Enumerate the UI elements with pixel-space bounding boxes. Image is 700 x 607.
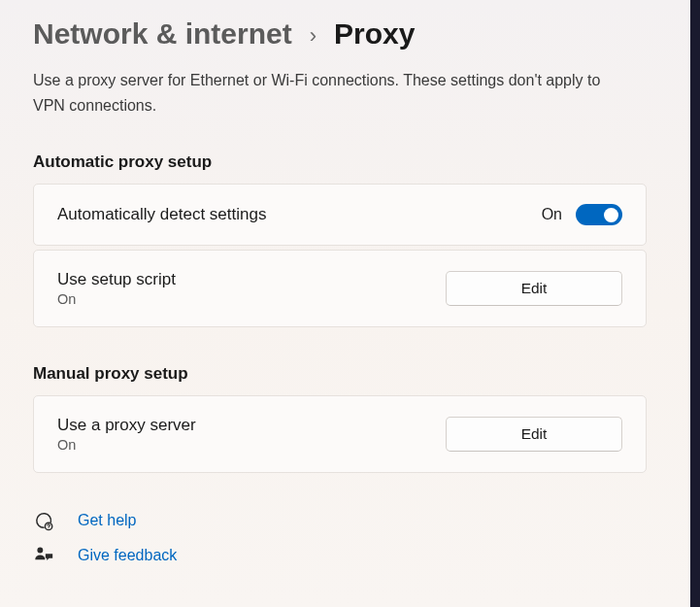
setup-script-title: Use setup script [57, 270, 176, 289]
breadcrumb-parent-link[interactable]: Network & internet [33, 17, 292, 51]
auto-detect-toggle[interactable] [576, 204, 622, 225]
get-help-label: Get help [78, 512, 136, 529]
give-feedback-label: Give feedback [78, 547, 177, 564]
page-title: Proxy [334, 17, 415, 51]
breadcrumb: Network & internet › Proxy [33, 17, 647, 51]
proxy-server-edit-button[interactable]: Edit [446, 417, 622, 452]
card-auto-detect-label: Automatically detect settings [57, 205, 266, 224]
card-auto-detect: Automatically detect settings On [33, 184, 647, 246]
setup-script-labels: Use setup script On [57, 270, 176, 307]
feedback-icon [33, 545, 54, 566]
manual-card-stack: Use a proxy server On Edit [33, 395, 647, 473]
give-feedback-link[interactable]: Give feedback [33, 545, 647, 566]
section-header-manual: Manual proxy setup [33, 364, 647, 384]
setup-script-state: On [57, 291, 176, 307]
proxy-server-labels: Use a proxy server On [57, 416, 196, 453]
footer-links: Get help Give feedback [33, 510, 647, 566]
card-proxy-server: Use a proxy server On Edit [33, 395, 647, 473]
automatic-card-stack: Automatically detect settings On Use set… [33, 184, 647, 327]
auto-detect-toggle-state: On [542, 206, 562, 223]
auto-detect-toggle-wrap: On [542, 204, 622, 225]
help-icon [33, 510, 54, 531]
proxy-server-title: Use a proxy server [57, 416, 196, 435]
proxy-server-state: On [57, 437, 196, 453]
auto-detect-title: Automatically detect settings [57, 205, 266, 224]
window-right-edge [690, 0, 700, 607]
setup-script-edit-button[interactable]: Edit [446, 271, 622, 306]
get-help-link[interactable]: Get help [33, 510, 647, 531]
chevron-right-icon: › [310, 23, 317, 49]
section-header-automatic: Automatic proxy setup [33, 152, 647, 172]
settings-proxy-page: Network & internet › Proxy Use a proxy s… [0, 0, 680, 566]
card-setup-script: Use setup script On Edit [33, 250, 647, 327]
svg-point-2 [37, 548, 43, 554]
svg-point-1 [49, 528, 50, 529]
page-description: Use a proxy server for Ethernet or Wi-Fi… [33, 68, 616, 118]
